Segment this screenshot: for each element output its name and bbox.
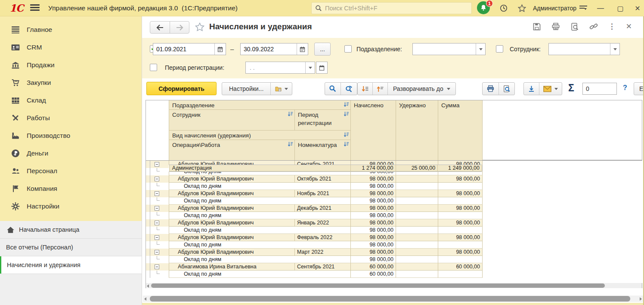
table-row[interactable]: Администрация1 274 000,0025 000,001 249 …	[146, 165, 483, 172]
sidebar-item[interactable]: Склад	[0, 91, 142, 109]
table-row[interactable]: Оклад по дням98 000,00	[146, 227, 483, 234]
sidebar-item[interactable]: CRM	[0, 38, 142, 56]
sidebar-item[interactable]: Закупки	[0, 74, 142, 91]
sidebar-item[interactable]: Производство	[0, 127, 142, 144]
print-icon[interactable]	[551, 22, 560, 31]
table-row[interactable]: Оклад по дням98 000,00	[146, 241, 483, 249]
period-from-field[interactable]	[153, 43, 226, 55]
back-icon[interactable]	[150, 22, 170, 33]
dropdown-caret-icon[interactable]	[476, 44, 485, 55]
column-header-employee[interactable]: Сотрудник	[169, 110, 294, 131]
close-report-icon[interactable]: ✕	[626, 22, 632, 31]
table-row[interactable]: Оклад по дням98 000,00	[146, 256, 483, 263]
collapse-expander[interactable]	[155, 250, 159, 255]
find-icon[interactable]	[325, 83, 341, 95]
link-icon[interactable]	[589, 22, 598, 31]
column-header-total[interactable]: Сумма	[438, 100, 483, 160]
registration-period-field[interactable]: . .	[245, 62, 315, 74]
mail-icon[interactable]	[539, 83, 562, 95]
sidebar-item[interactable]: Работы	[0, 109, 142, 127]
scrollbar-thumb[interactable]	[150, 296, 630, 302]
save-icon[interactable]	[533, 22, 541, 31]
open-page-item[interactable]: Начисления и удержания	[0, 256, 142, 274]
history-icon[interactable]	[498, 3, 509, 13]
bell-icon[interactable]: 1	[477, 1, 492, 15]
table-row[interactable]: Оклад по дням60 000,00	[146, 271, 483, 278]
column-header-accrued[interactable]: Начислено	[350, 100, 396, 160]
sidebar-item[interactable]: Персонал	[0, 162, 142, 180]
calendar-icon[interactable]	[214, 44, 226, 55]
collapse-expander[interactable]	[155, 162, 159, 167]
report-variants-icon[interactable]	[270, 83, 292, 95]
global-search-input[interactable]: Поиск Ctrl+Shift+F	[311, 2, 472, 14]
scrollbar-thumb[interactable]	[151, 283, 605, 288]
table-horizontal-scrollbar[interactable]	[146, 283, 642, 288]
table-row[interactable]: Абдулов Юрий ВладимировичДекабрь 202198 …	[146, 205, 483, 212]
calendar-icon[interactable]	[297, 44, 308, 55]
registration-period-checkbox[interactable]	[150, 64, 157, 71]
period-variants-button[interactable]: ...	[314, 43, 331, 56]
table-row[interactable]: Абнагимова Ирина ВитальевнаСентябрь 2021…	[146, 263, 483, 271]
table-row[interactable]: Оклад по дням98 000,00	[146, 183, 483, 190]
table-row[interactable]: Оклад по дням98 000,00	[146, 212, 483, 219]
dropdown-caret-icon[interactable]	[305, 62, 315, 73]
service-menu-icon[interactable]	[578, 3, 588, 13]
column-header-withheld[interactable]: Удержано	[396, 100, 438, 160]
main-menu-icon[interactable]	[30, 4, 40, 12]
collapse-all-icon[interactable]	[372, 83, 387, 95]
expand-all-icon[interactable]	[358, 83, 372, 95]
favorite-star-icon[interactable]	[195, 22, 205, 32]
forward-icon[interactable]	[170, 22, 189, 33]
sidebar-item[interactable]: Продажи	[0, 56, 142, 74]
expand-to-button[interactable]: Разворачивать до	[387, 83, 455, 95]
column-header-nomenclature[interactable]: Номенклатура	[294, 140, 350, 160]
scroll-right-icon[interactable]	[640, 297, 642, 301]
collapse-expander[interactable]	[155, 265, 159, 269]
registration-period-calendar[interactable]	[316, 62, 328, 74]
generate-button[interactable]: Сформировать	[146, 82, 217, 95]
column-header-department[interactable]: Подразделение	[169, 100, 350, 110]
dropdown-caret-icon[interactable]	[610, 44, 619, 55]
download-icon[interactable]	[524, 83, 539, 95]
print-preview-icon[interactable]	[498, 83, 514, 95]
employee-checkbox[interactable]	[496, 45, 503, 53]
sidebar-item[interactable]: Настройки	[0, 197, 142, 215]
sidebar-item[interactable]: Деньги	[0, 144, 142, 162]
period-from-input[interactable]	[153, 44, 214, 55]
table-row[interactable]: Абдулов Юрий ВладимировичЯнварь 202298 0…	[146, 219, 483, 227]
table-row[interactable]: Абдулов Юрий ВладимировичОктябрь 202198 …	[146, 175, 483, 183]
period-to-field[interactable]	[240, 43, 308, 55]
period-to-input[interactable]	[241, 44, 297, 55]
sort-icon[interactable]	[288, 111, 293, 117]
minimize-icon[interactable]: —	[595, 3, 606, 13]
sidebar-item[interactable]: Главное	[0, 21, 142, 38]
table-row[interactable]: Абдулов Юрий ВладимировичМарт 202298 000…	[146, 249, 483, 256]
collapse-expander[interactable]	[155, 191, 159, 196]
collapse-expander[interactable]	[155, 235, 159, 240]
help-icon[interactable]: ?	[623, 84, 627, 92]
sort-icon[interactable]	[344, 102, 349, 107]
column-header-reg-period[interactable]: Период регистрации	[294, 110, 350, 131]
settings-button[interactable]: Настройки...	[222, 83, 270, 95]
table-row[interactable]: Абдулов Юрий ВладимировичФевраль 202298 …	[146, 234, 483, 241]
collapse-expander[interactable]	[155, 177, 159, 181]
sort-icon[interactable]	[344, 111, 349, 117]
department-combo[interactable]	[412, 43, 486, 55]
close-window-icon[interactable]: ✕	[632, 3, 643, 13]
scroll-left-icon[interactable]	[144, 297, 146, 301]
column-header-accrual-type[interactable]: Вид начисления (удержания)	[169, 131, 350, 140]
table-row[interactable]: Оклад по дням98 000,00	[146, 197, 483, 205]
table-row[interactable]: Абдулов Юрий ВладимировичНоябрь 202198 0…	[146, 190, 483, 197]
department-checkbox[interactable]	[344, 45, 352, 53]
collapse-expander[interactable]	[155, 221, 159, 225]
open-page-item[interactable]: Начальная страница	[0, 221, 142, 239]
sort-icon[interactable]	[344, 132, 349, 137]
sum-value-input[interactable]	[582, 83, 617, 95]
more-dots-icon[interactable]: ⋮	[608, 22, 616, 31]
sort-icon[interactable]	[288, 141, 293, 147]
employee-combo[interactable]	[548, 43, 620, 55]
open-page-item[interactable]: Все отчеты (Персонал)	[0, 239, 142, 256]
scroll-left-icon[interactable]	[147, 284, 149, 288]
print-preview-icon[interactable]	[570, 22, 579, 31]
maximize-icon[interactable]: ▢	[615, 3, 626, 13]
